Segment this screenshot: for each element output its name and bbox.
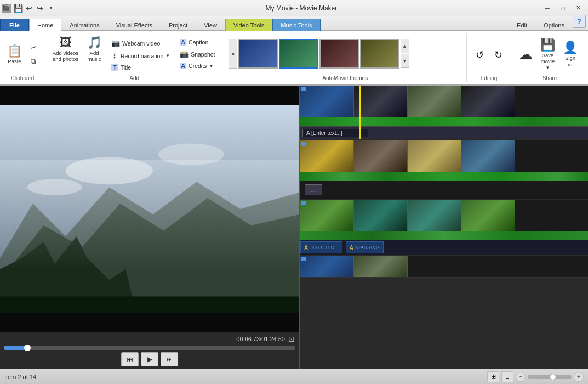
audio-waveform-3 — [300, 231, 588, 240]
themes-scroll-down[interactable]: ▼ — [401, 54, 409, 68]
play-button[interactable]: ▶ — [141, 352, 158, 366]
editing-content: ↺ ↻ — [471, 33, 506, 74]
svg-point-6 — [158, 143, 224, 165]
caption-icon: A — [180, 39, 186, 46]
directed-a-icon: A — [304, 245, 308, 251]
help-button[interactable]: ? — [573, 15, 586, 28]
rotate-right-button[interactable]: ↻ — [490, 47, 506, 63]
expand-button[interactable]: ⊡ — [288, 335, 295, 343]
clipboard-label: Clipboard — [4, 75, 41, 82]
cloud-button[interactable]: ☁ — [516, 44, 535, 65]
clip-thumb-5[interactable] — [300, 140, 354, 172]
close-button[interactable]: ✕ — [570, 2, 586, 14]
caption-text[interactable]: A [Enter text...] — [302, 129, 368, 137]
add-content: 🖼 Add videosand photos 🎵 Addmusic 📷 Webc… — [50, 33, 219, 74]
svg-rect-4 — [0, 160, 299, 269]
theme-4[interactable] — [360, 39, 399, 69]
clipboard-content: 📋 Paste ✂ ⧉ — [4, 33, 41, 74]
directed-box[interactable]: A DIRECTED... — [300, 241, 342, 253]
clip-thumb-6[interactable] — [354, 140, 408, 172]
snapshot-button[interactable]: 📸 Snapshot — [176, 48, 219, 60]
timeline-section-4 — [300, 256, 588, 278]
theme-1[interactable] — [238, 39, 278, 69]
time-display: 00:06.73/01:24.50 ⊡ — [4, 335, 295, 343]
clip-thumb-10[interactable] — [354, 200, 408, 231]
clip-thumb-8[interactable] — [461, 140, 515, 172]
tab-home[interactable]: Home — [29, 19, 61, 31]
music-icon: 🎵 — [87, 37, 102, 49]
webcam-icon: 📷 — [111, 39, 120, 47]
caption-button[interactable]: A Caption — [176, 37, 219, 47]
zoom-slider[interactable] — [528, 375, 572, 379]
quick-access-toolbar: 💾 ↩ ↪ ▼ | — [13, 3, 63, 13]
playhead — [359, 86, 361, 117]
tab-music-tools[interactable]: Music Tools — [272, 19, 320, 31]
minimize-button[interactable]: ─ — [540, 2, 555, 14]
copy-icon: ⧉ — [31, 57, 36, 66]
redo-button[interactable]: ↪ — [35, 3, 45, 13]
next-button[interactable]: ⏭ — [161, 352, 178, 366]
cut-button[interactable]: ✂ — [27, 42, 41, 53]
starring-box[interactable]: A STARRING — [346, 241, 384, 253]
timeline-section-2: ... — [300, 140, 588, 199]
clip-thumb-7[interactable] — [408, 140, 461, 172]
title-button[interactable]: T Title — [107, 63, 174, 72]
undo-button[interactable]: ↩ — [24, 3, 34, 13]
sign-in-icon: 👤 — [563, 42, 578, 54]
tab-edit[interactable]: Edit — [509, 19, 535, 31]
tab-animations[interactable]: Animations — [61, 19, 107, 31]
paste-icon: 📋 — [7, 45, 22, 57]
add-music-button[interactable]: 🎵 Addmusic — [83, 35, 105, 64]
share-content: ☁ 💾 Savemovie ▼ 👤 Signin — [516, 33, 584, 74]
timeline-section-1: A [Enter text...] — [300, 86, 588, 139]
automovie-label: AutoMovie themes — [229, 75, 462, 82]
clip-thumb-13[interactable] — [300, 256, 354, 277]
ribbon: 📋 Paste ✂ ⧉ Clipboard 🖼 Add videosand ph… — [0, 31, 588, 86]
clip-thumb-3[interactable] — [408, 86, 461, 117]
maximize-button[interactable]: □ — [555, 2, 570, 14]
ellipsis-button[interactable]: ... — [305, 184, 322, 195]
copy-button[interactable]: ⧉ — [27, 55, 41, 67]
tab-project[interactable]: Project — [161, 19, 196, 31]
directed-text: DIRECTED... — [309, 245, 339, 250]
webcam-button[interactable]: 📷 Webcam video — [107, 37, 174, 49]
add-videos-button[interactable]: 🖼 Add videosand photos — [50, 35, 81, 64]
clip-indicator-5 — [301, 142, 306, 146]
tab-view[interactable]: View — [196, 19, 225, 31]
storyboard-view-button[interactable]: ⊞ — [487, 371, 499, 382]
save-button[interactable]: 💾 — [13, 3, 23, 13]
rotate-left-button[interactable]: ↺ — [471, 47, 488, 63]
clip-thumb-4[interactable] — [461, 86, 515, 117]
zoom-in-button[interactable]: + — [574, 372, 584, 382]
progress-bar[interactable] — [4, 346, 295, 350]
themes-scroll-up[interactable]: ▲ — [401, 39, 409, 53]
clip-thumb-9[interactable] — [300, 200, 354, 231]
clip-thumb-14[interactable] — [354, 256, 408, 277]
qa-dropdown[interactable]: ▼ — [46, 3, 56, 13]
tab-visual-effects[interactable]: Visual Effects — [108, 19, 161, 31]
themes-scroll-left[interactable]: ◄ — [229, 39, 237, 69]
clip-row-1 — [300, 86, 588, 117]
rewind-button[interactable]: ⏮ — [121, 352, 139, 366]
tab-options[interactable]: Options — [535, 19, 573, 31]
narration-button[interactable]: 🎙 Record narration ▼ — [107, 50, 174, 61]
clip-thumb-12[interactable] — [461, 200, 515, 231]
zoom-out-button[interactable]: − — [516, 372, 526, 382]
timeline-pane[interactable]: A [Enter text...] ... — [300, 86, 588, 369]
zoom-thumb — [550, 374, 556, 380]
theme-2[interactable] — [279, 39, 318, 69]
timeline-view-button[interactable]: ≡ — [501, 371, 513, 382]
save-movie-button[interactable]: 💾 Savemovie ▼ — [538, 37, 558, 72]
tab-video-tools[interactable]: Video Tools — [225, 19, 272, 31]
save-movie-icon: 💾 — [540, 39, 555, 51]
clip-thumb-1[interactable] — [300, 86, 354, 117]
status-bar: Item 2 of 14 ⊞ ≡ − + — [0, 369, 588, 384]
progress-thumb[interactable] — [24, 345, 31, 351]
theme-3[interactable] — [319, 39, 359, 69]
clip-thumb-11[interactable] — [408, 200, 461, 231]
credits-button[interactable]: A Credits ▼ — [176, 61, 219, 71]
paste-button[interactable]: 📋 Paste — [4, 43, 25, 66]
clip-thumb-2[interactable] — [354, 86, 408, 117]
tab-file[interactable]: File — [0, 19, 29, 31]
sign-in-button[interactable]: 👤 Signin — [560, 40, 580, 69]
